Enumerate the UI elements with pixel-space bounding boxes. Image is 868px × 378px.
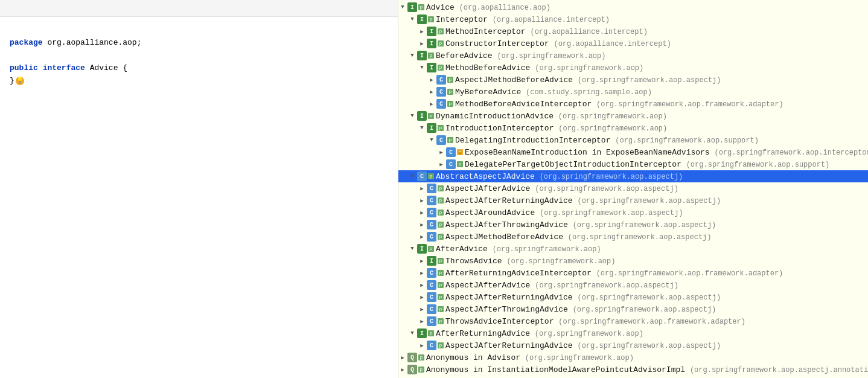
tree-item[interactable]: CpAspectJAfterAdvice (org.springframewor…	[398, 279, 868, 291]
package-name: (org.springframework.aop)	[535, 330, 643, 338]
type-icon: C	[427, 280, 436, 290]
expand-button[interactable]	[408, 245, 416, 253]
expand-button[interactable]	[418, 257, 426, 265]
tree-item[interactable]: C🔒ExposeBeanNameIntroduction in ExposeBe…	[398, 146, 868, 158]
tree-item[interactable]: IpThrowsAdvice (org.springframework.aop)	[398, 255, 868, 267]
package-name: (org.springframework.aop.framework.adapt…	[596, 269, 783, 278]
tree-item[interactable]: IpAfterAdvice (org.springframework.aop)	[398, 243, 868, 255]
tree-item[interactable]: IpIntroductionInterceptor (org.springfra…	[398, 122, 868, 134]
visibility-icon: p	[428, 173, 434, 179]
type-icon: C	[446, 159, 456, 169]
tree-item[interactable]: QpAnonymous in Advisor (org.springframew…	[398, 351, 868, 364]
visibility-icon: p	[438, 234, 444, 240]
type-icon: C	[427, 316, 436, 326]
tree-item[interactable]: IpDynamicIntroductionAdvice (org.springf…	[398, 110, 868, 122]
tree-item[interactable]: IpAfterReturningAdvice (org.springframew…	[398, 327, 868, 339]
visibility-icon: p	[447, 89, 453, 95]
item-name: AspectJAfterReturningAdvice (org.springf…	[445, 293, 721, 302]
expand-button[interactable]	[408, 15, 416, 24]
expand-button[interactable]	[408, 172, 416, 181]
type-icon: I	[407, 2, 417, 12]
tree-item[interactable]: CpAspectJAfterThrowingAdvice (org.spring…	[398, 303, 868, 315]
package-name: (org.springframework.aop)	[493, 245, 601, 254]
type-icon: C	[436, 135, 446, 145]
visibility-icon: p	[457, 161, 463, 167]
tree-item[interactable]: CpDelegatePerTargetObjectIntroductionInt…	[398, 158, 868, 170]
expand-button[interactable]	[437, 160, 445, 168]
type-icon: C	[436, 87, 446, 97]
visibility-icon: p	[447, 137, 453, 143]
tree-item[interactable]: CpAbstractAspectJAdvice (org.springframe…	[398, 170, 868, 182]
type-icon: I	[427, 123, 436, 133]
item-name: Advice (org.aopalliance.aop)	[426, 3, 550, 12]
expand-button[interactable]	[418, 269, 426, 277]
expand-button[interactable]	[398, 353, 407, 362]
expand-button[interactable]	[398, 365, 407, 374]
item-name: AspectJAfterThrowingAdvice (org.springfr…	[445, 220, 716, 229]
expand-button[interactable]	[418, 196, 426, 205]
item-name: AspectJMethodBeforeAdvice (org.springfra…	[455, 75, 721, 85]
package-name: (org.aopalliance.intercept)	[493, 16, 610, 24]
tree-item[interactable]: IpBeforeAdvice (org.springframework.aop)	[398, 50, 868, 62]
tree-item[interactable]: CpAspectJMethodBeforeAdvice (org.springf…	[398, 231, 868, 243]
package-name: (org.springframework.aop.framework.adapt…	[596, 100, 783, 109]
visibility-icon: p	[418, 4, 424, 10]
tree-item[interactable]: IpConstructorInterceptor (org.aopallianc…	[398, 37, 868, 50]
item-name: MethodInterceptor (org.aopalliance.inter…	[445, 27, 648, 36]
tree-item[interactable]: CpAspectJAfterThrowingAdvice (org.spring…	[398, 219, 868, 231]
expand-button[interactable]	[398, 3, 407, 11]
expand-button[interactable]	[418, 63, 426, 72]
expand-button[interactable]	[427, 75, 436, 84]
expand-button[interactable]	[427, 136, 436, 144]
expand-button[interactable]	[418, 208, 426, 217]
tree-item[interactable]: CpAspectJAroundAdvice (org.springframewo…	[398, 207, 868, 219]
expand-button[interactable]	[418, 27, 426, 36]
expand-button[interactable]	[418, 281, 426, 289]
item-name: ExposeBeanNameIntroduction in ExposeBean…	[465, 148, 868, 157]
tree-item[interactable]: IpInterceptor (org.aopalliance.intercept…	[398, 13, 868, 25]
item-name: ConstructorInterceptor (org.aopalliance.…	[445, 39, 671, 48]
tree-item[interactable]: CpThrowsAdviceInterceptor (org.springfra…	[398, 315, 868, 327]
expand-button[interactable]	[418, 184, 426, 193]
item-name: MethodBeforeAdviceInterceptor (org.sprin…	[455, 100, 783, 109]
tree-item[interactable]: CpMethodBeforeAdviceInterceptor (org.spr…	[398, 98, 868, 110]
type-icon: C	[427, 232, 436, 242]
code-line-blank	[10, 50, 388, 62]
expand-button[interactable]	[418, 232, 426, 241]
tree-item[interactable]: CpMyBeforeAdvice (com.study.spring.sampl…	[398, 86, 868, 98]
tree-item[interactable]: CpAspectJAfterAdvice (org.springframewor…	[398, 182, 868, 194]
code-line-close: }💡	[10, 75, 388, 88]
package-name: (org.springframework.aop)	[558, 112, 667, 121]
tree-item[interactable]: QpAnonymous in InstantiationModelAwarePo…	[398, 364, 868, 376]
tree-item[interactable]: IpMethodBeforeAdvice (org.springframewor…	[398, 62, 868, 74]
package-name: (org.springframework.aop.aspectj.annotat…	[690, 366, 868, 374]
package-name: (org.springframework.aop)	[558, 124, 667, 133]
tree-item[interactable]: CpAspectJAfterReturningAdvice (org.sprin…	[398, 194, 868, 207]
tree-item[interactable]: CpAfterReturningAdviceInterceptor (org.s…	[398, 267, 868, 279]
tree-item[interactable]: IpMethodInterceptor (org.aopalliance.int…	[398, 25, 868, 37]
expand-button[interactable]	[408, 329, 416, 338]
lightbulb-icon[interactable]: 💡	[16, 77, 24, 85]
tree-item[interactable]: CpAspectJAfterReturningAdvice (org.sprin…	[398, 339, 868, 351]
expand-button[interactable]	[418, 124, 426, 132]
tree-item[interactable]: CpAspectJMethodBeforeAdvice (org.springf…	[398, 74, 868, 86]
tree-item[interactable]: CpAspectJAfterReturningAdvice (org.sprin…	[398, 291, 868, 303]
expand-button[interactable]	[418, 305, 426, 313]
expand-button[interactable]	[418, 317, 426, 325]
expand-button[interactable]	[427, 100, 436, 108]
type-icon: C	[427, 341, 436, 350]
visibility-icon: p	[438, 258, 444, 264]
expand-button[interactable]	[418, 39, 426, 48]
tree-item[interactable]: IpAdvice (org.aopalliance.aop)	[398, 1, 868, 13]
visibility-icon: p	[418, 367, 424, 373]
expand-button[interactable]	[408, 51, 416, 60]
type-icon: I	[427, 39, 436, 48]
tree-item[interactable]: CpDelegatingIntroductionInterceptor (org…	[398, 134, 868, 146]
expand-button[interactable]	[437, 148, 445, 156]
expand-button[interactable]	[418, 293, 426, 301]
expand-button[interactable]	[427, 88, 436, 96]
expand-button[interactable]	[408, 112, 416, 120]
expand-button[interactable]	[418, 341, 426, 350]
expand-button[interactable]	[418, 220, 426, 229]
item-name: Anonymous in Advisor (org.springframewor…	[426, 353, 634, 362]
